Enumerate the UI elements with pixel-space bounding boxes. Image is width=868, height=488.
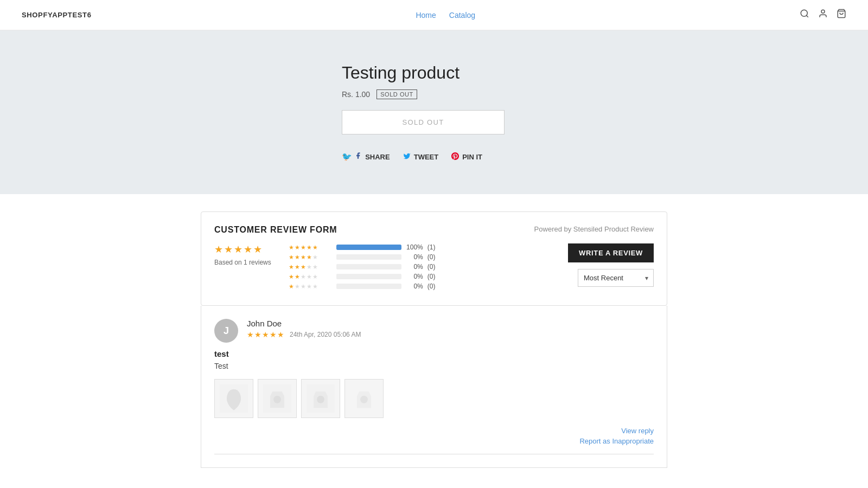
sort-select[interactable]: Most Recent Highest Rating Lowest Rating	[578, 269, 654, 287]
svg-point-0	[801, 10, 807, 16]
based-on: Based on 1 reviews	[214, 259, 271, 266]
product-title: Testing product	[342, 63, 678, 83]
avatar: J	[214, 319, 238, 343]
star-bars: ★★★★★ 100% (1) ★★★★★ 0% (0)	[289, 243, 551, 292]
share-facebook-label: SHARE	[365, 153, 390, 161]
review-star-5: ★	[277, 330, 284, 339]
review-card-header: CUSTOMER REVIEW FORM Powered by Stensile…	[214, 225, 654, 235]
star-1: ★	[214, 243, 223, 255]
bar-stars-3: ★★★★★	[289, 264, 332, 271]
bar-track-5	[336, 245, 401, 250]
svg-point-2	[821, 10, 825, 13]
bar-pct-1: 0%	[406, 282, 423, 290]
reviewer-name: John Doe	[247, 319, 654, 328]
bar-pct-5: 100%	[406, 243, 423, 251]
share-facebook[interactable]: 🐦 SHARE	[342, 152, 390, 162]
user-icon[interactable]	[818, 9, 828, 21]
bar-stars-4: ★★★★★	[289, 254, 332, 261]
review-date: 24th Apr, 2020 05:06 AM	[290, 331, 361, 338]
search-icon[interactable]	[800, 9, 809, 21]
bar-pct-3: 0%	[406, 263, 423, 271]
bar-row-4: ★★★★★ 0% (0)	[289, 253, 551, 261]
nav-home[interactable]: Home	[416, 11, 436, 20]
header: SHOPFYAPPTEST6 Home Catalog	[0, 0, 868, 30]
product-section: Testing product Rs. 1.00 SOLD OUT SOLD O…	[0, 30, 868, 194]
bar-count-1: (0)	[427, 282, 441, 290]
facebook-icon: 🐦	[342, 152, 362, 162]
bar-track-3	[336, 264, 401, 269]
review-star-3: ★	[262, 330, 269, 339]
star-5: ★	[253, 243, 262, 255]
share-pinterest-label: PIN IT	[462, 153, 482, 161]
sort-wrapper: Most Recent Highest Rating Lowest Rating	[578, 269, 654, 287]
pinterest-icon	[451, 152, 459, 162]
bar-stars-5: ★★★★★	[289, 244, 332, 251]
view-reply-link[interactable]: View reply	[621, 427, 654, 435]
product-price-row: Rs. 1.00 SOLD OUT	[342, 89, 678, 99]
site-logo: SHOPFYAPPTEST6	[22, 11, 92, 19]
main-nav: Home Catalog	[416, 11, 475, 20]
bar-row-5: ★★★★★ 100% (1)	[289, 243, 551, 251]
review-actions: WRITE A REVIEW Most Recent Highest Ratin…	[568, 243, 654, 287]
review-image-2[interactable]	[258, 379, 297, 418]
bar-row-1: ★★★★★ 0% (0)	[289, 282, 551, 290]
review-image-3[interactable]	[301, 379, 340, 418]
bar-track-2	[336, 274, 401, 279]
powered-by: Powered by Stensiled Product Review	[534, 225, 654, 233]
bar-track-1	[336, 284, 401, 289]
review-body: Test	[214, 362, 654, 370]
share-twitter-label: TWEET	[414, 153, 439, 161]
review-image-4[interactable]	[344, 379, 384, 418]
bar-stars-2: ★★★★★	[289, 273, 332, 280]
overall-stars: ★ ★ ★ ★ ★ Based on 1 reviews	[214, 243, 271, 266]
review-meta-row: ★ ★ ★ ★ ★ 24th Apr, 2020 05:06 AM	[247, 330, 654, 339]
bar-pct-4: 0%	[406, 253, 423, 261]
review-form-card: CUSTOMER REVIEW FORM Powered by Stensile…	[201, 211, 667, 306]
review-images	[214, 379, 654, 418]
cart-icon[interactable]	[837, 9, 846, 21]
bar-count-4: (0)	[427, 253, 441, 261]
review-stars: ★ ★ ★ ★ ★	[247, 330, 284, 339]
stars-display: ★ ★ ★ ★ ★	[214, 243, 262, 255]
review-star-1: ★	[247, 330, 254, 339]
svg-point-6	[273, 396, 281, 403]
nav-catalog[interactable]: Catalog	[449, 11, 475, 20]
bar-fill-5	[336, 245, 401, 250]
star-2: ★	[224, 243, 233, 255]
report-inappropriate-link[interactable]: Report as Inappropriate	[579, 437, 654, 445]
share-row: 🐦 SHARE TWEET PIN IT	[342, 152, 678, 162]
review-image-1[interactable]	[214, 379, 253, 418]
bar-stars-1: ★★★★★	[289, 283, 332, 290]
star-3: ★	[234, 243, 242, 255]
review-section: CUSTOMER REVIEW FORM Powered by Stensile…	[190, 211, 678, 468]
share-pinterest[interactable]: PIN IT	[451, 152, 482, 162]
sold-out-button: SOLD OUT	[342, 110, 505, 134]
header-icons	[800, 9, 846, 21]
bar-pct-2: 0%	[406, 273, 423, 280]
share-twitter[interactable]: TWEET	[403, 152, 439, 162]
bar-row-2: ★★★★★ 0% (0)	[289, 273, 551, 280]
svg-line-1	[806, 15, 808, 17]
review-star-4: ★	[270, 330, 277, 339]
review-item: J John Doe ★ ★ ★ ★ ★ 24th Apr, 2020 05:0…	[201, 306, 667, 468]
star-4: ★	[244, 243, 252, 255]
bar-count-2: (0)	[427, 273, 441, 280]
review-footer: View reply Report as Inappropriate	[214, 427, 654, 445]
bar-row-3: ★★★★★ 0% (0)	[289, 263, 551, 271]
reviewer-row: J John Doe ★ ★ ★ ★ ★ 24th Apr, 2020 05:0…	[214, 319, 654, 343]
svg-point-10	[360, 396, 368, 403]
review-star-2: ★	[254, 330, 261, 339]
review-divider	[214, 454, 654, 454]
bar-count-3: (0)	[427, 263, 441, 271]
bar-track-4	[336, 254, 401, 260]
write-review-button[interactable]: WRITE A REVIEW	[568, 243, 654, 262]
bar-count-5: (1)	[427, 243, 441, 251]
reviewer-info: John Doe ★ ★ ★ ★ ★ 24th Apr, 2020 05:06 …	[247, 319, 654, 339]
svg-point-8	[317, 396, 324, 403]
review-stats: ★ ★ ★ ★ ★ Based on 1 reviews ★★★★★	[214, 243, 654, 292]
review-headline: test	[214, 349, 654, 358]
sold-out-badge: SOLD OUT	[376, 89, 417, 99]
twitter-icon	[403, 152, 411, 162]
product-price: Rs. 1.00	[342, 90, 370, 99]
review-form-title: CUSTOMER REVIEW FORM	[214, 225, 337, 235]
